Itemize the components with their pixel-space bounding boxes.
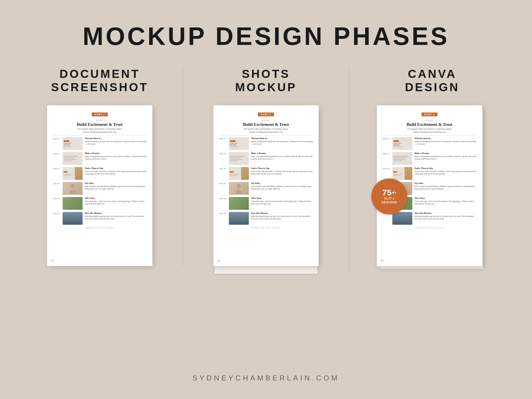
svg-point-3 bbox=[236, 190, 242, 194]
copyright: Copyright © 2024 Sydney Chamberlain bbox=[53, 227, 147, 229]
shots-slide-content-01: Welcome them in... Speak excitedly and t… bbox=[251, 137, 313, 145]
slide-content-06: Tell a Story "Five years ago, I didn't k… bbox=[85, 197, 147, 205]
slide-label-02: Slide 02 bbox=[53, 152, 60, 155]
slide-thumb-04 bbox=[63, 167, 83, 180]
svg-point-2 bbox=[237, 184, 241, 188]
shots-slide-label-01: Slide 01 bbox=[219, 137, 227, 140]
shots-wrapper: PART 1 GOAL Build Excitement & Trust For… bbox=[213, 105, 319, 272]
canva-subtext1: For inquiries about permissions or licen… bbox=[382, 128, 477, 131]
shots-slide-row-01: Slide 01 Instant SalesWorkshop Welcome t… bbox=[219, 137, 313, 150]
shots-sc-icon: SC bbox=[217, 259, 221, 262]
canva-headline: Build Excitement & Trust bbox=[382, 122, 477, 127]
document-mockup: PART 1 GOAL Build Excitement & Trust For… bbox=[47, 105, 152, 266]
column-canva-design: CANVADESIGN 75+ SLIDEDESIGNS bbox=[349, 67, 515, 266]
shots-slide-row-05: Slide 05 Say hello... Now intro bbox=[219, 182, 313, 195]
canva-wrapper: 75+ SLIDEDESIGNS PART 1 GOAL Build Excit… bbox=[377, 105, 488, 266]
shots-slide-row-04: Slide 04 bbox=[219, 167, 313, 180]
canva-part-badge: PART 1 bbox=[421, 112, 437, 116]
col-title-canva: CANVADESIGN bbox=[405, 67, 459, 94]
shots-subtext1: For inquiries about permissions or licen… bbox=[219, 128, 313, 131]
slide-content-05: Say hello... Now introduce yourself! Bei… bbox=[85, 182, 147, 190]
slide-thumb-01: Instant SalesWorkshop bbox=[63, 137, 83, 150]
slide-thumb-02 bbox=[63, 152, 83, 165]
slide-desc-05: Now introduce yourself! Being relatable … bbox=[85, 185, 147, 190]
slide-content-09: Your Aha Moment What big breakthrough pu… bbox=[85, 212, 147, 220]
shots-doc-mockup: PART 1 GOAL Build Excitement & Trust For… bbox=[213, 105, 319, 266]
slide-row-01: Slide 01 Instant SalesWorkshop Welcome t… bbox=[53, 137, 147, 150]
canva-subtext2: contact hello@sydneychamberlain.com bbox=[382, 131, 477, 134]
canva-slide-row-09: Slide 09 Your Aha Moment What big breakt… bbox=[382, 212, 477, 225]
slide-content-01: Welcome them in... Speak excitedly and t… bbox=[85, 137, 147, 145]
slide-desc-09: What big breakthrough put you on the pat… bbox=[85, 215, 147, 220]
slide-title-09: Your Aha Moment bbox=[85, 212, 147, 214]
shots-slide-thumb-01: Instant SalesWorkshop bbox=[229, 137, 249, 150]
slide-title-05: Say hello... bbox=[85, 182, 147, 185]
slide-desc-02: Make a straightforward promise for your … bbox=[85, 155, 147, 160]
goal-label: GOAL bbox=[53, 119, 147, 122]
doc-subtext2: contact hello@sydneychamberlain.com bbox=[53, 131, 147, 134]
column-document-screenshot: DOCUMENTSCREENSHOT PART 1 GOAL Build Exc… bbox=[17, 67, 183, 266]
slide-title-04: Entice Them to Stay bbox=[85, 167, 147, 170]
slide-thumb-05 bbox=[63, 182, 83, 195]
slide-row-09: Slide 09 Your Aha Moment What big breakt… bbox=[53, 212, 147, 225]
shots-part-badge: PART 1 bbox=[258, 112, 274, 116]
col-title-document: DOCUMENTSCREENSHOT bbox=[51, 67, 149, 94]
canva-slide-row-02: Slide 02 Make a Promise bbox=[382, 152, 477, 165]
slide-label-05: Slide 05 bbox=[53, 182, 60, 185]
part-badge: PART 1 bbox=[92, 112, 108, 116]
slide-label-01: Slide 01 bbox=[53, 137, 60, 140]
slide-title-02: Make a Promise bbox=[85, 152, 147, 155]
slide-label-06: Slide 06 bbox=[53, 197, 60, 200]
slide-content-04: Entice Them to Stay Share a free offer (… bbox=[85, 167, 147, 175]
slide-thumb-09 bbox=[63, 212, 83, 225]
canva-copyright: Copyright © 2024 Sydney Chamberlain bbox=[382, 227, 477, 229]
doc-subtext1: For inquiries about permissions or licen… bbox=[53, 128, 147, 131]
slide-row-04: Slide 04 Entice Them to Stay Share a fre… bbox=[53, 167, 147, 180]
shots-goal-label: GOAL bbox=[219, 119, 313, 122]
column-shots-mockup: SHOTSMOCKUP PART 1 GOAL Build Excitement… bbox=[183, 67, 349, 272]
shots-headline: Build Excitement & Trust bbox=[219, 122, 313, 127]
slide-row-05: Slide 05 Say hello... Now introduce your… bbox=[53, 182, 147, 195]
slide-title-01: Welcome them in... bbox=[85, 137, 147, 140]
columns-wrapper: DOCUMENTSCREENSHOT PART 1 GOAL Build Exc… bbox=[0, 67, 532, 399]
slide-row-06: Slide 06 Tell a Story "Five years ago, I… bbox=[53, 197, 147, 210]
slide-content-02: Make a Promise Make a straightforward pr… bbox=[85, 152, 147, 160]
shots-copyright: Copyright © 2024 Sydney Chamberlain bbox=[219, 227, 313, 229]
doc-headline: Build Excitement & Trust bbox=[53, 122, 147, 127]
canva-sc-icon: SC bbox=[381, 259, 384, 262]
slide-desc-01: Speak excitedly and thank them for being… bbox=[85, 140, 147, 145]
page-title: MOCKUP DESIGN PHASES bbox=[83, 22, 449, 51]
shots-slide-row-09: Slide 09 Your Aha Moment What big breakt… bbox=[219, 212, 313, 225]
shots-slide-row-02: Slide 02 Make a Promise Make a stra bbox=[219, 152, 313, 165]
col-title-shots: SHOTSMOCKUP bbox=[235, 67, 297, 94]
svg-point-0 bbox=[71, 184, 75, 188]
canva-goal-label: GOAL bbox=[382, 119, 477, 122]
slide-thumb-06 bbox=[63, 197, 83, 210]
canva-slide-row-01: Slide 01 Instant SalesWorkshop bbox=[382, 137, 477, 150]
slide-row-02: Slide 02 Make a Promise Make a straightf… bbox=[53, 152, 147, 165]
slide-title-06: Tell a Story bbox=[85, 197, 147, 200]
shots-main-doc: PART 1 GOAL Build Excitement & Trust For… bbox=[213, 105, 319, 266]
sc-icon: SC bbox=[51, 259, 54, 262]
shots-subtext2: contact hello@sydneychamberlain.com bbox=[219, 131, 313, 134]
svg-point-1 bbox=[70, 190, 76, 194]
canva-slide-row-04: Slide 04 bbox=[382, 167, 477, 180]
slide-desc-04: Share a free offer (checklist, workbook,… bbox=[85, 170, 147, 175]
shots-slide-row-06: Slide 06 Tell a Story "Five years ago, I… bbox=[219, 197, 313, 210]
slide-label-04: Slide 04 bbox=[53, 167, 60, 170]
footer-text: SYDNEYCHAMBERLAIN.COM bbox=[193, 374, 340, 382]
slide-label-09: Slide 09 bbox=[53, 212, 60, 214]
slide-desc-06: "Five years ago, I didn't know the power… bbox=[85, 200, 147, 205]
